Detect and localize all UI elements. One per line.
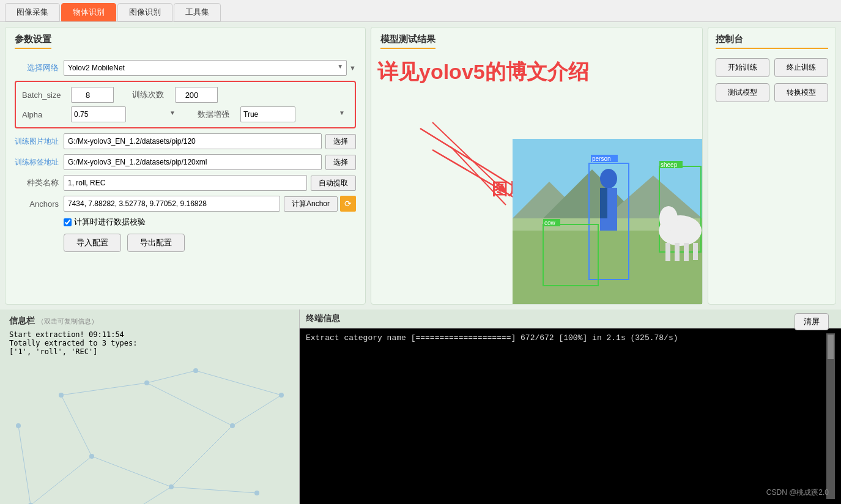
train-img-input[interactable]	[64, 133, 322, 149]
terminal-scrollbar[interactable]	[826, 333, 835, 499]
train-btns-row: 开始训练 终止训练	[716, 58, 828, 77]
svg-line-45	[147, 383, 232, 426]
params-title: 参数设置	[15, 34, 51, 49]
terminal-title: 终端信息	[300, 309, 841, 328]
svg-point-24	[659, 206, 678, 231]
tab-capture[interactable]: 图像采集	[5, 3, 60, 21]
anchors-label: Anchors	[15, 199, 64, 209]
train-img-label: 训练图片地址	[15, 136, 64, 147]
convert-model-button[interactable]: 转换模型	[774, 83, 828, 102]
config-btn-row: 导入配置 导出配置	[64, 234, 356, 252]
svg-text:sheep: sheep	[661, 161, 678, 168]
top-section: 参数设置 选择网络 ▼ Batch_size	[0, 22, 841, 309]
batch-size-label: Batch_size	[22, 91, 65, 100]
network-label: 选择网络	[15, 62, 64, 73]
validate-checkbox[interactable]	[64, 218, 72, 226]
species-row: 种类名称 自动提取	[15, 175, 356, 191]
svg-text:cow: cow	[544, 220, 556, 226]
info-line-1: Start extraction! 09:11:54	[9, 330, 290, 339]
preview-image: person person sheep cow	[513, 139, 702, 304]
svg-line-43	[171, 426, 232, 487]
control-title: 控制台	[716, 34, 828, 49]
results-title: 模型测试结果	[380, 34, 435, 49]
species-input[interactable]	[64, 175, 307, 191]
auto-extract-button[interactable]: 自动提取	[311, 176, 356, 191]
alpha-select[interactable]: 0.75 0.5 0.25	[71, 106, 126, 122]
alpha-label: Alpha	[22, 110, 65, 119]
train-label-row: 训练标签地址 选择	[15, 154, 356, 170]
network-bg-svg	[0, 334, 300, 504]
tab-tools[interactable]: 工具集	[174, 3, 221, 21]
terminal-text: Extract category name [=================…	[306, 333, 826, 499]
svg-line-49	[18, 426, 31, 504]
content-area: 参数设置 选择网络 ▼ Batch_size	[0, 22, 841, 504]
anchors-row: Anchors 计算Anchor ⟳	[15, 196, 356, 212]
alpha-row: Alpha 0.75 0.5 0.25 数据增强 True	[22, 106, 349, 122]
tab-object[interactable]: 物体识别	[61, 3, 116, 21]
info-panel: 信息栏 （双击可复制信息） Start extraction! 09:11:54…	[0, 309, 300, 504]
results-panel: 模型测试结果 详见yolov5的博文介绍	[371, 27, 703, 305]
svg-line-44	[61, 383, 147, 395]
epoch-input[interactable]	[175, 87, 218, 103]
params-title-container: 参数设置	[15, 34, 356, 55]
calc-anchor-button[interactable]: 计算Anchor	[284, 196, 338, 212]
svg-point-20	[600, 169, 617, 188]
svg-rect-27	[684, 243, 689, 261]
info-subtitle: （双击可复制信息）	[37, 317, 98, 325]
svg-rect-25	[665, 243, 670, 261]
clear-screen-button[interactable]: 清屏	[795, 313, 829, 330]
tab-image-recog[interactable]: 图像识别	[117, 3, 172, 21]
terminal-area: 终端信息 Extract category name [============…	[300, 309, 841, 504]
dropdown-arrow: ▼	[349, 64, 356, 72]
scroll-thumb	[828, 335, 834, 359]
train-label-input[interactable]	[64, 154, 322, 170]
svg-line-41	[31, 456, 92, 504]
import-config-button[interactable]: 导入配置	[64, 234, 121, 252]
info-header: 信息栏 （双击可复制信息）	[9, 316, 290, 327]
svg-line-53	[196, 371, 281, 395]
batch-epoch-section: Batch_size 训练次数 Alpha 0.75	[15, 81, 356, 128]
refresh-icon: ⟳	[344, 199, 352, 209]
info-line-3: ['1', 'roll', 'REC']	[9, 347, 290, 356]
train-label-label: 训练标签地址	[15, 157, 64, 168]
svg-line-47	[171, 487, 257, 493]
annotation-text: 详见yolov5的博文介绍	[377, 58, 589, 86]
network-input[interactable]	[64, 60, 347, 76]
info-line-2: Totally extracted to 3 types:	[9, 339, 290, 347]
select-label-button[interactable]: 选择	[325, 155, 356, 170]
tab-bar: 图像采集 物体识别 图像识别 工具集	[0, 0, 841, 22]
export-config-button[interactable]: 导出配置	[127, 234, 185, 252]
train-img-row: 训练图片地址 选择	[15, 133, 356, 149]
svg-line-52	[147, 371, 196, 383]
svg-text:person: person	[592, 155, 611, 162]
watermark: CSDN @桃成蹊2.0	[766, 487, 829, 498]
refresh-button[interactable]: ⟳	[340, 196, 356, 212]
select-img-button[interactable]: 选择	[325, 134, 356, 149]
epoch-label: 训练次数	[132, 89, 169, 100]
start-train-button[interactable]: 开始训练	[716, 58, 769, 77]
info-content: Start extraction! 09:11:54 Totally extra…	[9, 330, 290, 356]
batch-size-spinbox	[71, 87, 114, 103]
svg-rect-28	[693, 243, 698, 260]
batch-size-input[interactable]	[71, 87, 114, 103]
control-panel: 控制台 开始训练 终止训练 测试模型 转换模型	[708, 27, 836, 305]
bottom-section: 信息栏 （双击可复制信息） Start extraction! 09:11:54…	[0, 309, 841, 504]
svg-line-50	[122, 487, 171, 504]
terminal-content: Extract category name [=================…	[300, 328, 841, 504]
augment-label: 数据增强	[198, 109, 234, 120]
validate-label: 计算时进行数据校验	[74, 217, 146, 228]
validate-checkbox-row: 计算时进行数据校验	[64, 217, 356, 228]
stop-train-button[interactable]: 终止训练	[774, 58, 828, 77]
augment-select[interactable]: True False	[240, 106, 295, 122]
test-model-button[interactable]: 测试模型	[716, 83, 769, 102]
anchors-input[interactable]	[64, 196, 280, 212]
epoch-spinbox	[175, 87, 218, 103]
species-label: 种类名称	[15, 177, 64, 188]
model-btns-row: 测试模型 转换模型	[716, 83, 828, 102]
params-panel: 参数设置 选择网络 ▼ Batch_size	[5, 27, 366, 305]
batch-row: Batch_size 训练次数	[22, 87, 349, 103]
preview-container: person person sheep cow	[513, 139, 702, 304]
svg-rect-26	[675, 243, 680, 261]
main-area: 参数设置 选择网络 ▼ Batch_size	[0, 22, 841, 504]
network-select-wrapper	[64, 60, 347, 76]
